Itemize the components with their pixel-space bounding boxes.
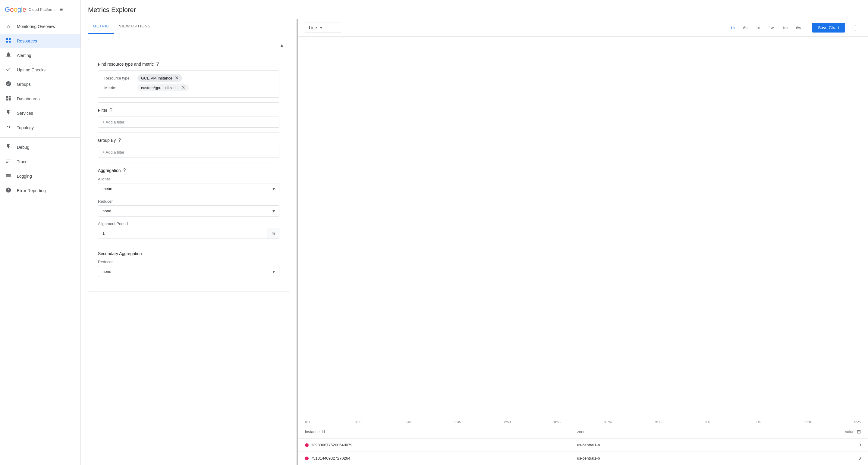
sidebar-item-label: Trace <box>17 159 27 164</box>
logging-icon <box>5 173 12 180</box>
chart-canvas <box>298 37 868 419</box>
sidebar-item-services[interactable]: Services <box>0 106 81 121</box>
chart-area: 8:30 8:35 8:40 8:45 8:50 8:55 9 PM 9:05 … <box>298 37 868 465</box>
topology-icon <box>5 124 12 132</box>
sidebar-item-topology[interactable]: Topology <box>0 121 81 135</box>
reducer-label: Reducer <box>98 199 279 204</box>
secondary-reducer-label: Reducer <box>98 260 279 264</box>
alignment-period-input[interactable] <box>98 228 267 238</box>
cell-instance-id-0: 1393306776200649079 <box>298 438 570 452</box>
secondary-aggregation-section: Secondary Aggregation Reducer none ▼ <box>98 244 279 287</box>
sidebar-item-resources[interactable]: Resources <box>0 34 81 48</box>
metric-panel: ▲ Find resource type and metric ? Resour <box>81 34 297 300</box>
x-label-7: 9:05 <box>655 420 661 424</box>
find-resource-help-icon[interactable]: ? <box>156 61 159 67</box>
time-btn-6w[interactable]: 6w <box>792 24 805 32</box>
sidebar-item-uptime-checks[interactable]: Uptime Checks <box>0 63 81 77</box>
filter-help-icon[interactable]: ? <box>110 107 113 113</box>
sidebar-item-dashboards[interactable]: Dashboards <box>0 92 81 106</box>
x-label-5: 8:55 <box>554 420 560 424</box>
metric-row: Metric: custom/gpu_utilizati... ✕ <box>102 84 276 91</box>
sidebar-item-error-reporting[interactable]: Error Reporting <box>0 184 81 198</box>
sidebar-toggle-icon[interactable]: ☰ <box>59 7 63 12</box>
find-resource-label: Find resource type and metric ? <box>98 61 279 67</box>
sidebar-item-trace[interactable]: Trace <box>0 155 81 169</box>
alignment-period-label: Alignment Period <box>98 221 279 226</box>
resource-type-close-icon[interactable]: ✕ <box>175 76 179 80</box>
secondary-reducer-wrapper: none ▼ <box>98 266 279 277</box>
cell-value-0: 0 <box>734 438 868 452</box>
table-row: 1393306776200649079 us-central1-a 0 <box>298 438 868 452</box>
columns-settings-icon[interactable]: ⊞ <box>857 429 861 435</box>
error-reporting-icon <box>5 187 12 195</box>
reducer-select[interactable]: none <box>98 205 279 217</box>
resource-type-value: GCE VM Instance <box>141 76 173 80</box>
alignment-period-suffix: m <box>267 228 279 238</box>
sidebar-item-label: Dashboards <box>17 96 40 101</box>
tabs-bar: METRIC VIEW OPTIONS <box>81 19 297 34</box>
group-by-label: Group By ? <box>98 138 279 143</box>
alignment-period-input-wrapper: m <box>98 228 279 239</box>
section-body: Find resource type and metric ? Resource… <box>88 52 289 292</box>
cell-zone-1: us-central1-b <box>570 452 734 465</box>
chart-type-label: Line <box>309 25 317 30</box>
chart-type-select[interactable]: Line ▼ <box>305 23 341 33</box>
group-by-input[interactable]: + Add a filter <box>98 147 279 158</box>
save-chart-button[interactable]: Save Chart <box>812 23 845 33</box>
filter-input[interactable]: + Add a filter <box>98 117 279 128</box>
time-btn-1h[interactable]: 1h <box>727 24 738 32</box>
aligner-select-wrapper: mean ▼ <box>98 183 279 194</box>
page-title: Metrics Explorer <box>88 6 861 14</box>
tab-view-options[interactable]: VIEW OPTIONS <box>114 19 156 34</box>
sidebar-item-label: Uptime Checks <box>17 67 45 72</box>
sidebar-item-logging[interactable]: Logging <box>0 169 81 184</box>
groups-icon <box>5 81 12 88</box>
more-options-button[interactable]: ⋮ <box>850 23 861 33</box>
x-label-2: 8:40 <box>405 420 411 424</box>
col-zone: zone <box>570 425 734 438</box>
metric-close-icon[interactable]: ✕ <box>181 85 185 90</box>
group-by-help-icon[interactable]: ? <box>118 138 121 143</box>
sidebar-item-label: Resources <box>17 38 37 43</box>
chart-type-arrow: ▼ <box>319 26 323 30</box>
col-instance-id: instance_id <box>298 425 570 438</box>
x-label-4: 8:50 <box>504 420 510 424</box>
time-range-buttons: 1h 6h 1d 1w 1m 6w <box>727 24 805 32</box>
time-btn-6h[interactable]: 6h <box>740 24 751 32</box>
time-btn-1d[interactable]: 1d <box>752 24 764 32</box>
debug-icon <box>5 144 12 151</box>
resources-icon <box>5 37 12 45</box>
metric-chip[interactable]: custom/gpu_utilizati... ✕ <box>137 84 189 91</box>
time-btn-1w[interactable]: 1w <box>765 24 778 32</box>
aggregation-help-icon[interactable]: ? <box>123 168 126 173</box>
trace-icon <box>5 158 12 166</box>
sidebar-item-debug[interactable]: Debug <box>0 140 81 155</box>
secondary-reducer-select[interactable]: none <box>98 266 279 277</box>
cell-instance-id-1: 751314409327270264 <box>298 452 570 465</box>
collapsible-header[interactable]: ▲ <box>88 39 289 52</box>
sidebar-divider <box>0 137 81 138</box>
sidebar-item-label: Error Reporting <box>17 188 46 193</box>
sidebar-item-label: Debug <box>17 145 29 150</box>
sidebar-item-monitoring-overview[interactable]: ⌂ Monitoring Overview <box>0 19 81 34</box>
page-header: Metrics Explorer <box>81 0 868 19</box>
sidebar-item-label: Services <box>17 111 33 115</box>
aligner-select[interactable]: mean <box>98 183 279 194</box>
table-body: 1393306776200649079 us-central1-a 0 <box>298 438 868 465</box>
x-label-6: 9 PM <box>604 420 612 424</box>
time-btn-1m[interactable]: 1m <box>778 24 791 32</box>
services-icon <box>5 110 12 117</box>
resource-type-label: Resource type: <box>104 76 137 80</box>
resource-type-chip[interactable]: GCE VM Instance ✕ <box>137 74 182 81</box>
table-row: 751314409327270264 us-central1-b 0 <box>298 452 868 465</box>
filter-section: Filter ? + Add a filter <box>98 103 279 133</box>
alerting-icon <box>5 52 12 59</box>
table-header: instance_id zone Value ⊞ <box>298 425 868 438</box>
sidebar-item-groups[interactable]: Groups <box>0 77 81 92</box>
metric-label: Metric: <box>104 86 137 90</box>
sidebar-item-label: Monitoring Overview <box>17 24 56 29</box>
metrics-table: instance_id zone Value ⊞ <box>298 425 868 465</box>
sidebar-item-alerting[interactable]: Alerting <box>0 48 81 63</box>
aligner-label: Aligner <box>98 177 279 181</box>
tab-metric[interactable]: METRIC <box>88 19 114 34</box>
